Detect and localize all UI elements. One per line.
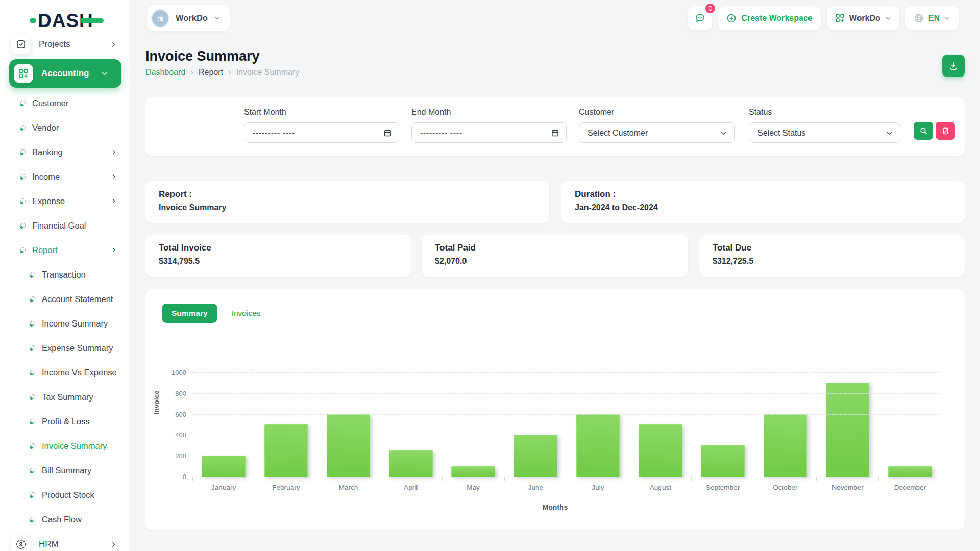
end-month-input[interactable]	[412, 123, 566, 142]
grid-plus-icon	[835, 13, 845, 23]
download-icon	[948, 61, 959, 71]
breadcrumb-separator-icon: ›	[228, 67, 231, 78]
sidebar-item-label: Bill Summary	[42, 466, 91, 475]
x-tick	[317, 477, 380, 481]
x-axis-title: Months	[145, 503, 965, 511]
sidebar-item-bill-summary[interactable]: Bill Summary	[0, 458, 130, 483]
customer-select-wrap: Select Customer	[579, 122, 735, 143]
sidebar-item-account-statement[interactable]: Account Statement	[0, 287, 130, 311]
brand-logo[interactable]: DASH	[30, 11, 104, 30]
sidebar-item-profit-loss[interactable]: Profit & Loss	[0, 409, 130, 434]
download-button[interactable]	[942, 55, 965, 77]
x-category-label: April	[380, 484, 442, 491]
sidebar-item-projects[interactable]: Projects	[0, 32, 130, 57]
bullet-icon	[30, 296, 35, 302]
end-month-field-wrap	[411, 122, 567, 143]
total-paid-card: Total Paid $2,070.0	[422, 235, 688, 277]
y-tick-label: 800	[175, 389, 186, 397]
gridline	[192, 393, 941, 394]
breadcrumb: Dashboard › Report › Invoice Summary	[145, 67, 299, 78]
bar-slot	[567, 372, 629, 477]
sidebar-item-transaction[interactable]: Transaction	[0, 262, 130, 287]
breadcrumb-dashboard[interactable]: Dashboard	[145, 68, 185, 77]
duration-info-card: Duration : Jan-2024 to Dec-2024	[561, 181, 965, 223]
x-tick	[692, 477, 754, 481]
sidebar-item-banking[interactable]: Banking	[0, 140, 130, 164]
projects-checkbox-icon	[11, 35, 31, 54]
x-category-label: September	[692, 484, 754, 491]
y-axis-title: Invoice	[153, 390, 160, 414]
bullet-icon	[30, 492, 35, 497]
total-due-value: $312,725.5	[713, 257, 951, 266]
start-month-input[interactable]	[244, 123, 399, 142]
messages-button[interactable]: 0	[688, 6, 712, 30]
customer-label: Customer	[579, 108, 614, 117]
sidebar-item-invoice-summary[interactable]: Invoice Summary	[0, 434, 130, 458]
workspace-selector[interactable]: WorkDo	[147, 5, 230, 31]
sidebar-item-accounting[interactable]: Accounting	[9, 59, 121, 88]
sidebar: DASH Projects Accounting	[0, 0, 130, 551]
sidebar-item-label: Accounting	[41, 68, 89, 79]
sidebar-item-income[interactable]: Income	[0, 164, 130, 189]
x-category-label: February	[255, 484, 317, 491]
chevron-right-icon	[110, 41, 117, 48]
language-selector[interactable]: EN	[905, 6, 959, 30]
sidebar-item-expense[interactable]: Expense	[0, 189, 130, 213]
report-value: Invoice Summary	[159, 203, 536, 212]
reset-filter-button[interactable]	[936, 122, 955, 140]
chevron-right-icon	[111, 173, 117, 180]
bullet-icon	[20, 149, 26, 155]
page-title: Invoice Summary	[145, 48, 260, 64]
tab-summary[interactable]: Summary	[162, 304, 217, 323]
bullet-icon	[20, 198, 26, 204]
bar-august	[639, 424, 682, 477]
breadcrumb-report[interactable]: Report	[199, 68, 223, 77]
bullet-icon	[30, 370, 35, 375]
bar-slot	[692, 372, 754, 477]
sidebar-item-vendor[interactable]: Vendor	[0, 115, 130, 140]
bullet-icon	[20, 223, 26, 228]
bar-slot	[629, 372, 692, 477]
topbar: WorkDo 0 Create Workspace WorkDo EN	[130, 0, 980, 37]
sidebar-item-label: Transaction	[42, 270, 86, 280]
apply-filter-button[interactable]	[914, 122, 933, 140]
total-invoice-card: Total Invoice $314,795.5	[145, 235, 411, 277]
customer-select[interactable]: Select Customer	[579, 123, 734, 142]
sidebar-item-income-summary[interactable]: Income Summary	[0, 311, 130, 336]
gridline	[192, 456, 941, 456]
sidebar-item-report[interactable]: Report	[0, 238, 130, 262]
sidebar-item-expense-summary[interactable]: Expense Summary	[0, 336, 130, 360]
end-month-label: End Month	[411, 108, 451, 117]
create-workspace-button[interactable]: Create Workspace	[718, 6, 820, 30]
x-tick	[505, 477, 567, 481]
sidebar-item-hrm[interactable]: HRM	[0, 532, 130, 551]
total-due-label: Total Due	[713, 243, 951, 253]
sidebar-item-product-stock[interactable]: Product Stock	[0, 483, 130, 507]
status-label: Status	[749, 108, 772, 117]
bullet-icon	[20, 174, 26, 179]
bar-slot	[504, 372, 567, 477]
bullet-icon	[20, 125, 26, 130]
bar-september	[701, 445, 745, 477]
workspace-menu-button[interactable]: WorkDo	[827, 6, 899, 30]
sidebar-item-customer[interactable]: Customer	[0, 91, 130, 115]
chevron-right-icon	[111, 149, 117, 155]
sidebar-item-tax-summary[interactable]: Tax Summary	[0, 385, 130, 409]
bar-slot	[754, 372, 816, 477]
sidebar-item-income-vs-expense[interactable]: Income Vs Expense	[0, 360, 130, 385]
status-select-wrap: Select Status	[749, 122, 900, 143]
chat-icon	[694, 12, 706, 24]
topbar-actions: 0 Create Workspace WorkDo EN	[688, 6, 959, 30]
sidebar-item-cash-flow[interactable]: Cash Flow	[0, 507, 130, 532]
tab-invoices[interactable]: Invoices	[232, 309, 261, 318]
gridline	[192, 414, 941, 415]
status-select[interactable]: Select Status	[749, 123, 900, 142]
language-label: EN	[928, 14, 940, 23]
x-category-label: August	[629, 484, 692, 491]
workspace-menu-label: WorkDo	[849, 14, 880, 23]
gridline	[192, 435, 941, 435]
clear-filter-icon	[941, 127, 950, 135]
app-root: DASH Projects Accounting	[0, 0, 980, 551]
y-tick-label: 1000	[172, 369, 186, 377]
sidebar-item-financial-goal[interactable]: Financial Goal	[0, 213, 130, 238]
